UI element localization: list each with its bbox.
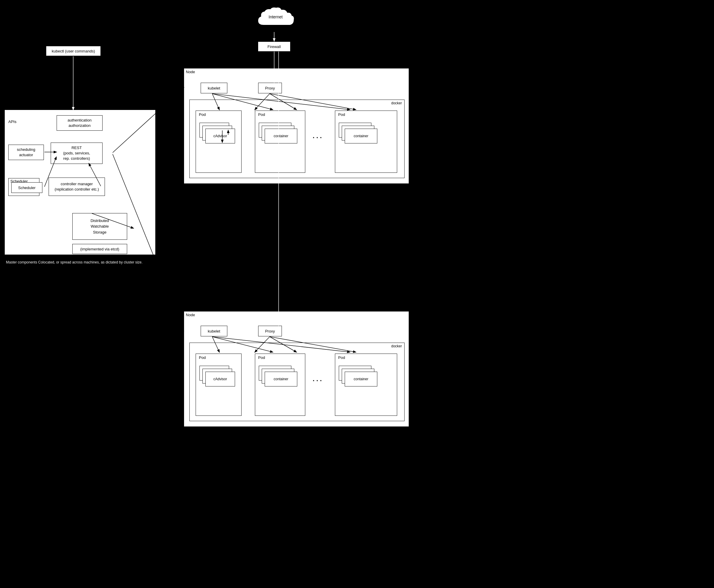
scheduling-label: schedulingactuator	[17, 147, 35, 158]
dots2: · · ·	[313, 377, 322, 385]
scheduling-box: schedulingactuator	[8, 145, 44, 160]
controller-box: controller manager(replication controlle…	[49, 177, 105, 196]
auth-box: authenticationauthorization	[57, 115, 103, 131]
node2-label: Node	[186, 313, 195, 317]
scheduler-inner-label: Scheduler	[18, 186, 36, 190]
docker2-label: docker	[391, 344, 402, 348]
node2-box: Node kubelet Proxy docker Pod cAdvisor P…	[184, 311, 409, 427]
rest-box: REST(pods, services,rep. controllers)	[51, 143, 103, 164]
cadvisor2-label: cAdvisor	[205, 372, 235, 386]
docker1-label: docker	[391, 101, 402, 105]
kubectl-label: kubectl (user commands)	[52, 49, 95, 54]
kubelet1-box: kubelet	[201, 83, 227, 93]
kubelet2-box: kubelet	[201, 326, 227, 336]
node1-label: Node	[186, 70, 195, 74]
docker1-box: docker Pod cAdvisor Pod container · · · …	[189, 100, 404, 178]
master-components-label: Master components Colocated, or spread a…	[6, 259, 143, 265]
rest-label: REST(pods, services,rep. controllers)	[63, 145, 90, 162]
etcd-label: (implemented via etcd)	[80, 247, 120, 251]
cadvisor1-label: cAdvisor	[205, 129, 235, 144]
cloud-label: Internet	[269, 15, 283, 19]
firewall-box: Firewall	[258, 41, 291, 51]
node1-box: Node kubelet Proxy docker Pod cAdvisor P…	[184, 68, 409, 184]
scheduler-inner-box: Scheduler	[11, 182, 42, 193]
controller-label: controller manager(replication controlle…	[55, 182, 99, 192]
firewall-label: Firewall	[268, 44, 281, 49]
etcd-box: (implemented via etcd)	[72, 244, 127, 254]
pod2c-box: Pod container	[335, 354, 397, 416]
pod1b-box: Pod container	[255, 110, 305, 173]
proxy1-box: Proxy	[258, 83, 282, 93]
storage-box: DistributedWatchableStorage	[72, 213, 127, 240]
dots1: · · ·	[313, 134, 322, 142]
apis-label: APIs	[8, 120, 16, 124]
docker2-box: docker Pod cAdvisor Pod container · · · …	[189, 343, 404, 421]
master-box: APIs authenticationauthorization REST(po…	[4, 110, 155, 255]
pod2a-box: Pod cAdvisor	[196, 354, 241, 416]
proxy2-box: Proxy	[258, 326, 282, 336]
pod1a-box: Pod cAdvisor	[196, 110, 241, 173]
diagram-area: Internet Firewall kubectl (user commands…	[0, 0, 714, 588]
auth-label: authenticationauthorization	[68, 118, 91, 128]
container1b-label: container	[265, 129, 297, 144]
pod2b-box: Pod container	[255, 354, 305, 416]
storage-label: DistributedWatchableStorage	[90, 218, 109, 235]
container1c-label: container	[345, 129, 377, 144]
pod1c-box: Pod container	[335, 110, 397, 173]
cloud-shape: Internet	[255, 6, 296, 33]
container2b-label: container	[265, 372, 297, 386]
container2c-label: container	[345, 372, 377, 386]
kubectl-box: kubectl (user commands)	[46, 46, 101, 56]
